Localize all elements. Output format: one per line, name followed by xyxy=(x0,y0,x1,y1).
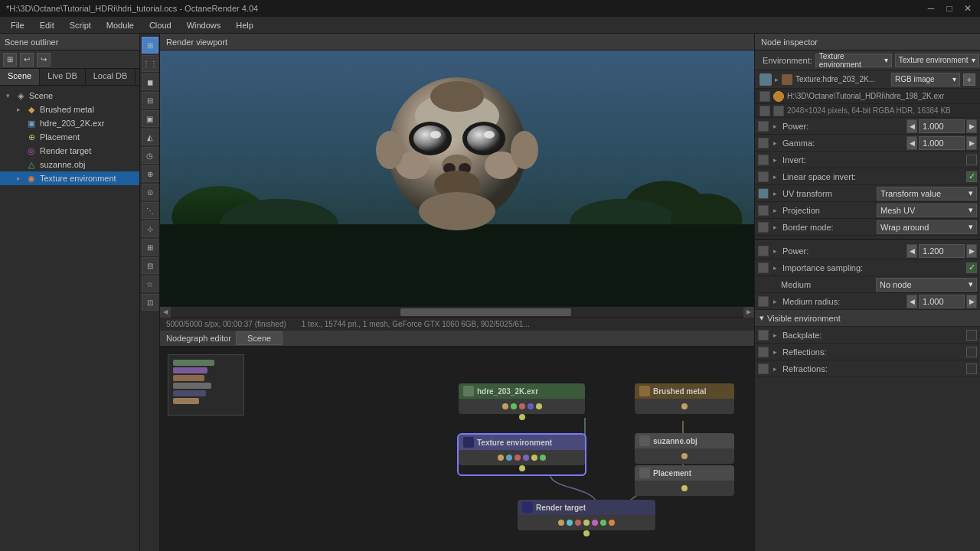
env-type-dropdown[interactable]: Texture environment ▾ xyxy=(815,54,892,67)
left-tool-12[interactable]: ⊞ xyxy=(142,239,158,256)
nodegraph-scene-tab[interactable]: Scene xyxy=(236,331,283,345)
arrow-left-mradius[interactable]: ◀ xyxy=(906,295,917,308)
tree-item-suzanne[interactable]: △ suzanne.obj xyxy=(0,158,139,171)
left-tool-2[interactable]: ⋮⋮ xyxy=(142,55,158,72)
scene-tree: ▾ ◈ Scene ▸ ◆ Brushed metal ▣ hdre_203_2… xyxy=(0,86,139,551)
scroll-track[interactable] xyxy=(172,308,742,316)
tree-item-brushed-metal[interactable]: ▸ ◆ Brushed metal xyxy=(0,103,139,116)
menu-module[interactable]: Module xyxy=(99,19,142,31)
tab-local-db[interactable]: Local DB xyxy=(86,69,136,85)
checkbox-reflections[interactable] xyxy=(966,347,977,357)
file-info-row: 2048×1024 pixels, 64-bit RGBA HDR, 16384… xyxy=(755,104,980,118)
texture-node-icon xyxy=(782,74,792,85)
left-tool-9[interactable]: ⊙ xyxy=(142,184,158,201)
sidebar-tabs: Scene Live DB Local DB xyxy=(0,69,139,86)
label-uv: UV transform xyxy=(781,189,875,198)
checkbox-invert[interactable] xyxy=(966,155,977,165)
node-hdre[interactable]: hdre_203_2K.exr xyxy=(459,383,585,423)
dropdown-proj[interactable]: Mesh UV ▾ xyxy=(877,204,977,217)
arrow-right-power2[interactable]: ▶ xyxy=(966,244,977,258)
prop-icon-border xyxy=(758,222,769,233)
left-tool-5[interactable]: ▣ xyxy=(142,110,158,127)
expand-mradius: ▸ xyxy=(770,297,779,306)
render-viewport[interactable] xyxy=(160,51,754,306)
tree-label-render-target: Render target xyxy=(40,146,91,155)
left-tool-7[interactable]: ◷ xyxy=(142,147,158,164)
checkbox-importance[interactable]: ✓ xyxy=(966,262,977,273)
inspector-title: Node inspector xyxy=(761,37,818,47)
left-tool-13[interactable]: ⊟ xyxy=(142,257,158,274)
checkbox-refractions[interactable] xyxy=(966,364,977,374)
prop-icon-importance xyxy=(758,262,769,273)
label-gamma: Gamma: xyxy=(781,139,905,148)
menu-windows[interactable]: Windows xyxy=(179,19,229,31)
texture-add-btn[interactable]: + xyxy=(963,73,975,86)
left-tool-14[interactable]: ☆ xyxy=(142,276,158,292)
left-tool-1[interactable]: ⊞ xyxy=(142,37,158,54)
left-tool-11[interactable]: ⊹ xyxy=(142,220,158,237)
menu-script[interactable]: Script xyxy=(62,19,99,31)
scroll-thumb[interactable] xyxy=(400,308,571,316)
close-button[interactable]: ✕ xyxy=(962,2,974,15)
left-tool-10[interactable]: ⋱ xyxy=(142,202,158,219)
sidebar-btn-1[interactable]: ⊞ xyxy=(3,53,17,67)
tree-item-placement[interactable]: ⊕ Placement xyxy=(0,130,139,144)
tree-item-texture-env[interactable]: ▸ ◉ Texture environment xyxy=(0,171,139,185)
port-out-rt xyxy=(583,530,590,536)
node-texture-env[interactable]: Texture environment xyxy=(459,435,585,474)
node-brushed-metal[interactable]: Brushed metal xyxy=(635,383,734,414)
expand-refractions: ▸ xyxy=(770,364,779,373)
prop-border-mode: ▸ Border mode: Wrap around ▾ xyxy=(755,219,980,236)
left-tool-6[interactable]: ◭ xyxy=(142,129,158,145)
tab-scene[interactable]: Scene xyxy=(0,69,40,85)
menu-help[interactable]: Help xyxy=(228,19,261,31)
label-linear: Linear space invert: xyxy=(781,172,965,181)
viewport-scrollbar[interactable]: ◀ ▶ xyxy=(160,306,754,317)
arrow-left-power[interactable]: ◀ xyxy=(906,119,917,133)
node-suzanne[interactable]: suzanne.obj xyxy=(635,433,734,464)
left-tool-15[interactable]: ⊡ xyxy=(142,294,158,311)
scroll-left[interactable]: ◀ xyxy=(160,307,171,318)
dropdown-uv[interactable]: Transform value ▾ xyxy=(877,187,977,201)
info-icon xyxy=(760,106,770,116)
value-mradius[interactable]: 1.000 xyxy=(919,295,965,308)
scroll-right[interactable]: ▶ xyxy=(743,307,754,318)
left-tool-4[interactable]: ⊟ xyxy=(142,92,158,109)
texture-row: ▸ Texture:hdre_203_2K... RGB image ▾ + xyxy=(755,70,980,89)
chevron-proj: ▾ xyxy=(969,205,973,215)
expand-backplate: ▸ xyxy=(770,331,779,340)
value-power[interactable]: 1.000 xyxy=(919,119,965,133)
menu-edit[interactable]: Edit xyxy=(32,19,62,31)
env-value-dropdown[interactable]: Texture environment ▾ xyxy=(895,54,979,67)
left-tool-3[interactable]: ◼ xyxy=(142,73,158,90)
node-render-target[interactable]: Render target xyxy=(518,500,655,540)
arrow-right-gamma[interactable]: ▶ xyxy=(966,136,977,150)
sidebar-btn-3[interactable]: ↪ xyxy=(37,53,51,67)
tree-item-hdre[interactable]: ▣ hdre_203_2K.exr xyxy=(0,116,139,130)
nodegraph-canvas[interactable]: hdre_203_2K.exr xyxy=(160,347,754,551)
maximize-button[interactable]: □ xyxy=(943,2,956,15)
tree-item-render-target[interactable]: ◎ Render target xyxy=(0,144,139,158)
dropdown-medium[interactable]: No node ▾ xyxy=(876,278,977,292)
dropdown-border[interactable]: Wrap around ▾ xyxy=(877,220,977,234)
left-tool-8[interactable]: ⊕ xyxy=(142,165,158,182)
checkbox-backplate[interactable] xyxy=(966,330,977,341)
arrow-left-power2[interactable]: ◀ xyxy=(906,244,917,258)
texture-type-dropdown[interactable]: RGB image ▾ xyxy=(891,73,960,86)
svg-point-12 xyxy=(467,126,501,152)
sidebar-btn-2[interactable]: ↩ xyxy=(20,53,34,67)
visible-env-section[interactable]: ▾ Visible environment xyxy=(755,310,980,327)
arrow-right-power[interactable]: ▶ xyxy=(966,119,977,133)
minimize-button[interactable]: ─ xyxy=(925,2,937,15)
value-gamma[interactable]: 1.000 xyxy=(919,136,965,150)
arrow-right-mradius[interactable]: ▶ xyxy=(966,295,977,308)
checkbox-linear[interactable]: ✓ xyxy=(966,171,977,182)
menu-file[interactable]: File xyxy=(3,19,32,31)
value-power2[interactable]: 1.200 xyxy=(919,244,965,258)
node-placement[interactable]: Placement xyxy=(635,465,734,496)
arrow-left-gamma[interactable]: ◀ xyxy=(906,136,917,150)
prop-medium: Medium No node ▾ xyxy=(755,276,980,293)
menu-cloud[interactable]: Cloud xyxy=(142,19,179,31)
tab-live-db[interactable]: Live DB xyxy=(40,69,86,85)
tree-item-scene[interactable]: ▾ ◈ Scene xyxy=(0,89,139,103)
